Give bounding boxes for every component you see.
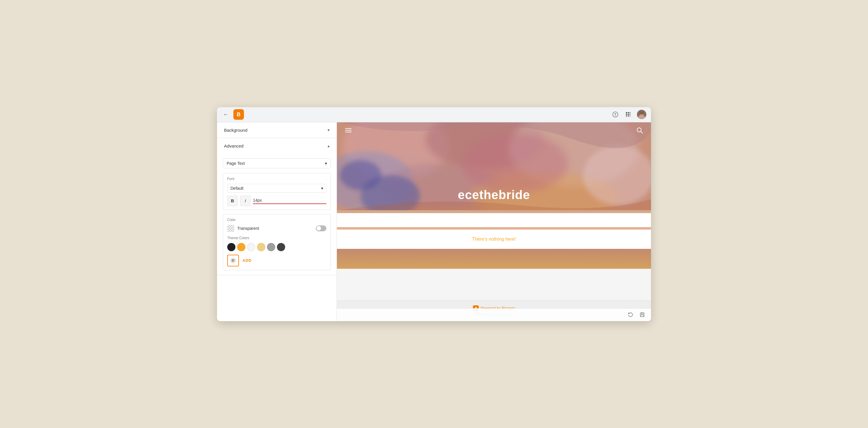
toggle-knob [316, 226, 321, 231]
svg-rect-38 [641, 315, 644, 317]
svg-rect-10 [630, 116, 630, 117]
blog-search-icon[interactable] [637, 127, 643, 135]
color-label: Color [227, 218, 327, 222]
color-dot-gray[interactable] [267, 243, 275, 251]
svg-point-18 [234, 259, 235, 260]
apps-button[interactable] [624, 110, 632, 119]
add-row: ADD [227, 255, 327, 266]
font-default-label: Default [230, 186, 243, 191]
page-text-chevron: ▾ [325, 161, 327, 166]
svg-text:?: ? [614, 113, 616, 117]
browser-window: ← B ? [217, 107, 651, 321]
browser-chrome: ← B ? [217, 107, 651, 122]
svg-rect-8 [626, 116, 627, 117]
advanced-label: Advanced [224, 143, 244, 148]
back-button[interactable]: ← [222, 110, 230, 119]
advanced-section-header[interactable]: Advanced ▴ [217, 138, 337, 154]
bold-button[interactable]: B [227, 196, 238, 206]
blog-preview: ecethebride There's nothing here! [337, 122, 651, 321]
transparent-swatch[interactable] [227, 225, 234, 232]
svg-rect-2 [626, 112, 627, 114]
size-input-wrapper [253, 198, 327, 204]
nothing-here-text: There's nothing here! [472, 236, 516, 242]
svg-rect-3 [628, 112, 629, 114]
svg-rect-9 [628, 116, 629, 117]
blogger-logo: B [234, 109, 244, 120]
blog-body: There's nothing here! [337, 210, 651, 301]
avatar[interactable] [637, 110, 646, 119]
color-dot-gold[interactable] [257, 243, 265, 251]
svg-rect-14 [640, 112, 644, 114]
font-row: Default ▾ [227, 184, 327, 193]
font-section: Font Default ▾ B I [223, 173, 331, 210]
main-content: Background ▾ Advanced ▴ Page Text ▾ Font [217, 122, 651, 321]
blog-nav-icon[interactable] [345, 128, 351, 132]
theme-colors-row [227, 243, 327, 251]
theme-colors-label: Theme Colors [227, 236, 327, 240]
color-dot-dark-gray[interactable] [277, 243, 285, 251]
background-chevron: ▾ [328, 127, 330, 132]
preview-area: ecethebride There's nothing here! [337, 122, 651, 321]
svg-rect-6 [628, 114, 629, 116]
sidebar: Background ▾ Advanced ▴ Page Text ▾ Font [217, 122, 337, 321]
style-row: B I [227, 196, 327, 206]
palette-button[interactable] [227, 255, 239, 266]
logo-text: B [237, 112, 241, 118]
font-size-input[interactable] [253, 198, 327, 203]
color-dot-yellow[interactable] [237, 243, 245, 251]
svg-rect-39 [642, 313, 643, 314]
svg-point-17 [232, 259, 234, 260]
revert-button[interactable] [626, 311, 634, 319]
svg-point-22 [232, 260, 234, 261]
background-label: Background [224, 127, 247, 133]
help-button[interactable]: ? [611, 110, 619, 119]
advanced-chevron: ▴ [328, 143, 330, 148]
svg-rect-7 [630, 114, 630, 116]
svg-rect-5 [626, 114, 627, 116]
transparent-toggle[interactable] [316, 225, 327, 231]
blog-header: ecethebride [337, 122, 651, 210]
color-dot-black[interactable] [227, 243, 236, 251]
svg-point-31 [462, 134, 568, 193]
advanced-content: Page Text ▾ Font Default ▾ B I [217, 154, 337, 275]
svg-point-30 [583, 145, 651, 205]
svg-point-33 [340, 160, 381, 190]
save-button[interactable] [638, 311, 646, 319]
svg-rect-4 [630, 112, 630, 114]
transparent-row: Transparent [227, 225, 327, 232]
browser-icons: ? [611, 110, 646, 119]
svg-point-16 [231, 259, 232, 260]
font-label: Font [227, 177, 327, 181]
page-text-label: Page Text [227, 161, 245, 166]
page-text-dropdown[interactable]: Page Text ▾ [223, 159, 331, 168]
font-dropdown-chevron: ▾ [321, 186, 323, 191]
font-dropdown[interactable]: Default ▾ [227, 184, 327, 193]
background-section-header[interactable]: Background ▾ [217, 122, 337, 138]
svg-line-35 [641, 132, 643, 133]
color-dot-light-gray[interactable] [247, 243, 255, 251]
italic-button[interactable]: I [240, 196, 251, 206]
add-button[interactable]: ADD [241, 257, 253, 264]
blog-content-area: There's nothing here! [337, 210, 651, 269]
blog-white-block-1 [337, 213, 651, 227]
blog-title: ecethebride [458, 188, 530, 202]
blog-white-block-2: There's nothing here! [337, 230, 651, 249]
color-section: Color Transparent Theme Colors [223, 214, 331, 270]
bottom-toolbar [337, 308, 651, 321]
transparent-label: Transparent [237, 226, 313, 231]
